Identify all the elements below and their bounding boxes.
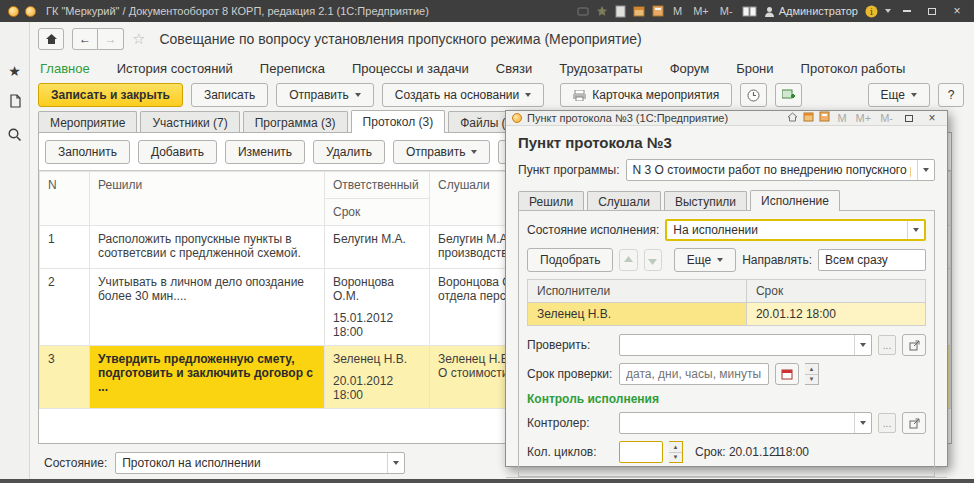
send-row-button[interactable]: Отправить — [393, 140, 491, 164]
dropdown-button[interactable] — [854, 413, 871, 433]
check-value[interactable] — [620, 335, 854, 355]
search-icon[interactable] — [7, 127, 22, 145]
program-item-value[interactable] — [627, 160, 918, 180]
col-performers[interactable]: Исполнители — [528, 280, 747, 303]
cycles-input[interactable] — [619, 441, 663, 463]
col-term[interactable]: Срок — [746, 280, 925, 303]
link-icon[interactable] — [577, 5, 589, 17]
memory-m-button[interactable]: M — [835, 112, 848, 124]
status-value[interactable] — [116, 453, 387, 473]
execution-state-value[interactable] — [667, 221, 907, 239]
col-responsible[interactable]: Ответственный Срок — [325, 172, 430, 226]
menu-item-protokol-raboty[interactable]: Протокол работы — [801, 61, 906, 76]
calendar-icon[interactable] — [803, 111, 814, 125]
favorite-star-icon[interactable]: ☆ — [132, 30, 145, 48]
tab-reshili[interactable]: Решили — [518, 191, 584, 211]
tab-ispolnenie[interactable]: Исполнение — [750, 190, 840, 211]
status-combo[interactable] — [115, 452, 405, 474]
functions-menu-icon[interactable] — [10, 34, 19, 48]
delete-button[interactable]: Удалить — [313, 140, 385, 164]
program-item-combo[interactable] — [626, 159, 936, 181]
dropdown-button[interactable] — [387, 453, 404, 473]
back-button[interactable]: ← — [72, 28, 98, 50]
open-button[interactable] — [902, 412, 926, 434]
menu-item-glavnoe[interactable]: Главное — [40, 61, 90, 76]
tab-protokol[interactable]: Протокол (3) — [351, 110, 446, 133]
controller-combo[interactable] — [619, 412, 872, 434]
chevron-down-icon[interactable] — [885, 9, 891, 13]
tab-slushali[interactable]: Слушали — [587, 191, 661, 211]
move-down-button[interactable] — [644, 249, 662, 271]
info-icon[interactable]: i — [865, 5, 878, 18]
more-button[interactable]: Еще — [674, 248, 736, 272]
check-combo[interactable] — [619, 334, 872, 356]
event-card-button[interactable]: Карточка мероприятия — [560, 83, 732, 107]
add-external-button[interactable] — [775, 83, 802, 107]
memory-m-minus-button[interactable]: M- — [878, 112, 895, 124]
book-icon[interactable] — [742, 6, 757, 17]
create-based-on-button[interactable]: Создать на основании — [382, 83, 545, 107]
menu-item-perepiska[interactable]: Переписка — [260, 61, 325, 76]
1c-logo-icon — [512, 113, 522, 123]
check-term-input[interactable] — [619, 363, 769, 385]
edit-button[interactable]: Изменить — [225, 140, 305, 164]
help-button[interactable]: ? — [938, 83, 964, 107]
spinner-control[interactable]: ▲▼ — [805, 363, 819, 385]
memory-m-plus-button[interactable]: M+ — [854, 112, 874, 124]
restore-button[interactable] — [923, 4, 941, 18]
calendar-button[interactable] — [775, 363, 799, 385]
dropdown-button[interactable] — [907, 221, 924, 239]
performer-row-selected[interactable]: Зеленец Н.В. 20.01.12 18:00 — [528, 303, 926, 326]
restore-button[interactable] — [900, 111, 918, 125]
tab-meropriyatie[interactable]: Мероприятие — [38, 111, 137, 133]
execution-state-combo[interactable] — [665, 219, 926, 241]
controller-value[interactable] — [620, 413, 854, 433]
tab-programma[interactable]: Программа (3) — [243, 111, 348, 133]
send-button[interactable]: Отправить — [276, 83, 374, 107]
close-button[interactable]: × — [923, 111, 941, 125]
route-combo[interactable] — [818, 249, 926, 271]
calculator-icon[interactable] — [652, 5, 664, 17]
favorites-icon[interactable]: ★ — [8, 64, 21, 78]
home-icon[interactable] — [787, 111, 798, 125]
save-button[interactable]: Записать — [191, 83, 268, 107]
menu-item-trudozatraty[interactable]: Трудозатраты — [559, 61, 642, 76]
dropdown-button[interactable] — [917, 160, 934, 180]
calculator-icon[interactable] — [819, 111, 830, 125]
menu-item-broni[interactable]: Брони — [736, 61, 773, 76]
dropdown-button[interactable] — [854, 335, 871, 355]
calendar-icon[interactable] — [633, 5, 645, 17]
col-n[interactable]: N — [40, 172, 90, 226]
more-button[interactable]: Еще — [868, 83, 930, 107]
document-icon[interactable] — [615, 5, 626, 18]
choose-button[interactable]: ... — [878, 335, 896, 355]
pick-button[interactable]: Подобрать — [527, 248, 613, 272]
save-and-close-button[interactable]: Записать и закрыть — [38, 83, 183, 107]
home-button[interactable] — [38, 28, 64, 50]
menu-item-istoriya[interactable]: История состояний — [117, 61, 233, 76]
add-button[interactable]: Добавить — [138, 140, 217, 164]
memory-m-button[interactable]: M — [671, 5, 684, 17]
menu-item-forum[interactable]: Форум — [670, 61, 710, 76]
fill-button[interactable]: Заполнить — [45, 140, 130, 164]
memory-m-minus-button[interactable]: M- — [718, 5, 735, 17]
spinner-control[interactable]: ▲▼ — [669, 441, 683, 463]
col-decided[interactable]: Решили — [90, 172, 325, 226]
history-icon[interactable] — [8, 94, 22, 111]
star-icon[interactable] — [596, 5, 608, 17]
tab-uchastniki[interactable]: Участники (7) — [140, 111, 239, 133]
memory-m-plus-button[interactable]: M+ — [691, 5, 711, 17]
current-user[interactable]: Администратор — [764, 5, 858, 17]
forward-button[interactable]: → — [98, 28, 124, 50]
clock-button[interactable] — [740, 83, 767, 107]
close-button[interactable]: × — [948, 4, 966, 18]
choose-button[interactable]: ... — [878, 413, 896, 433]
menu-item-processy[interactable]: Процессы и задачи — [352, 61, 469, 76]
move-up-button[interactable] — [619, 249, 637, 271]
route-value[interactable] — [819, 250, 974, 270]
menu-item-svyazi[interactable]: Связи — [496, 61, 532, 76]
tab-vystupili[interactable]: Выступили — [664, 191, 747, 211]
minimize-button[interactable] — [898, 4, 916, 18]
open-button[interactable] — [902, 334, 926, 356]
check-term-value[interactable] — [620, 364, 787, 384]
